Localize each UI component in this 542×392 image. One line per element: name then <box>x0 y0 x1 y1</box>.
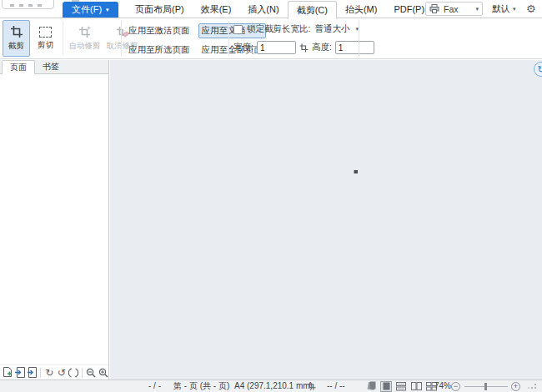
zoom-out-button[interactable] <box>86 367 96 379</box>
insert-page-button[interactable] <box>14 367 24 379</box>
zoom-slider-thumb[interactable] <box>484 383 487 390</box>
tab-effects[interactable]: 效果(E) <box>193 1 240 18</box>
single-page-icon <box>383 382 390 390</box>
lock-aspect-label: 锁定截剪长宽比: <box>247 23 310 35</box>
continuous-view-button[interactable] <box>395 381 407 392</box>
add-page-icon <box>3 367 13 378</box>
zoom-out-button[interactable]: − <box>451 382 460 391</box>
printer-icon <box>429 4 439 13</box>
continuous-view-icon <box>396 382 406 391</box>
file-menu-button[interactable]: 文件(F) ▾ <box>63 2 118 18</box>
rotate-180-button[interactable] <box>68 367 78 379</box>
cut-label: 剪切 <box>38 40 53 51</box>
tab-crop[interactable]: 截剪(C) <box>288 1 337 19</box>
zoom-out-icon <box>86 368 96 378</box>
height-label: 高度: <box>312 42 332 53</box>
book-view-button[interactable] <box>365 381 377 392</box>
crop-tools-group: 截剪 剪切 自动修剪 取消修剪 <box>3 20 140 57</box>
chevron-down-icon: ▾ <box>475 6 479 13</box>
group-divider <box>228 21 229 56</box>
zoom-slider[interactable] <box>464 386 508 387</box>
extract-page-icon <box>27 367 37 378</box>
tab-insert[interactable]: 插入(N) <box>239 1 287 18</box>
cutoff-text-fragment <box>10 4 46 7</box>
ribbon: 截剪 剪切 自动修剪 取消修剪 应用至激活页面 应用至文档 <box>0 18 542 59</box>
crop-status-icon[interactable] <box>308 382 316 392</box>
sidebar-panel: 页面 书签 <box>0 60 109 379</box>
chevron-down-icon: ▾ <box>513 6 516 13</box>
group-divider <box>359 21 359 56</box>
rotate-right-button[interactable]: ↻ <box>44 367 54 379</box>
size-preset-dropdown[interactable]: 普通大小 <box>314 23 349 35</box>
auto-trim-label: 自动修剪 <box>69 41 101 52</box>
cursor-artifact <box>354 170 358 173</box>
auto-trim-button[interactable]: 自动修剪 <box>67 20 103 57</box>
cutoff-toolbar-button[interactable] <box>2 0 54 9</box>
cut-button[interactable]: 剪切 <box>32 20 59 57</box>
lock-aspect-checkbox[interactable] <box>233 25 243 34</box>
resize-grip[interactable] <box>528 384 536 390</box>
crop-size-group: 锁定截剪长宽比: 普通大小 ▾ 宽度: 高度: <box>233 23 374 54</box>
add-page-button[interactable] <box>3 367 13 379</box>
menu-tab-bar: 文件(F) ▾ 页面布局(P) 效果(E) 插入(N) 截剪(C) 抬头(M) … <box>0 0 542 18</box>
tab-page-layout[interactable]: 页面布局(P) <box>127 1 193 18</box>
file-menu-label: 文件(F) <box>72 3 102 16</box>
rotate-180-icon <box>68 368 78 378</box>
crop-label: 截剪 <box>8 41 24 52</box>
refresh-icon[interactable]: ↻ <box>534 62 542 77</box>
extract-page-button[interactable] <box>27 367 37 379</box>
sidebar-tab-pages[interactable]: 页面 <box>2 60 35 74</box>
paper-size: A4 (297.1,210.1 mm) <box>234 380 313 392</box>
preset-select[interactable]: 默认 ▾ <box>492 2 516 16</box>
facing-view-button[interactable] <box>410 381 422 392</box>
chevron-down-icon: ▾ <box>106 7 109 13</box>
zoom-in-icon <box>98 368 108 378</box>
apply-selected-pages-button[interactable]: 应用至所选页面 <box>125 43 193 58</box>
height-input[interactable] <box>335 41 374 54</box>
status-bar: - / - 第 - 页 (共 - 页) A4 (297.1,210.1 mm) … <box>0 379 542 392</box>
facing-view-icon <box>411 382 422 390</box>
printer-value: Fax <box>444 4 459 14</box>
group-divider <box>121 21 122 56</box>
book-view-icon <box>366 381 377 391</box>
divider <box>82 368 83 378</box>
crop-icon <box>10 25 23 38</box>
sidebar-tab-bookmarks[interactable]: 书签 <box>35 60 67 73</box>
marquee-icon <box>39 27 52 38</box>
single-page-view-button[interactable] <box>380 381 392 392</box>
insert-page-icon <box>15 367 25 378</box>
apply-active-page-button[interactable]: 应用至激活页面 <box>125 23 193 38</box>
divider <box>40 368 41 378</box>
divider <box>63 22 63 55</box>
preset-value: 默认 <box>492 3 509 15</box>
crop-button[interactable]: 截剪 <box>3 20 30 57</box>
printer-select[interactable]: Fax ▾ <box>425 2 483 16</box>
view-mode-buttons <box>365 380 437 392</box>
document-canvas[interactable]: ↻ <box>110 60 542 379</box>
sidebar-tabs: 页面 书签 <box>0 60 108 74</box>
rotate-left-button[interactable]: ↺ <box>57 367 67 379</box>
crop-icon <box>299 43 309 53</box>
page-indicator[interactable]: 第 - 页 (共 - 页) <box>173 380 229 392</box>
auto-crop-icon <box>78 25 92 38</box>
main-area: 页面 书签 <box>0 60 542 379</box>
gear-icon[interactable]: ⚙ <box>526 1 536 18</box>
nav-ratio: - / - <box>148 380 161 392</box>
width-input[interactable] <box>257 41 296 54</box>
zoom-in-button[interactable]: + <box>511 382 520 391</box>
selection-ratio: -- / -- <box>327 380 345 392</box>
page-thumbnails-area[interactable] <box>0 75 108 364</box>
width-label: 宽度: <box>233 42 253 53</box>
zoom-percent: 74% <box>434 380 451 392</box>
tab-header[interactable]: 抬头(M) <box>337 1 386 18</box>
sidebar-toolbar: ↻ ↺ <box>0 364 108 379</box>
zoom-in-button[interactable] <box>98 367 108 379</box>
